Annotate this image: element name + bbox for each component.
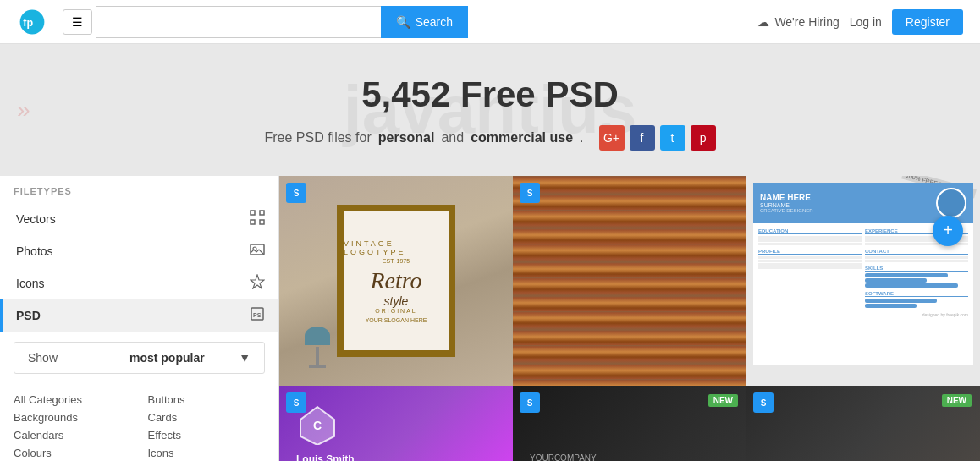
content-card-biz-dark[interactable]: S NEW YOURCOMPANY www.yourwebsite.com <box>513 386 746 461</box>
search-btn-label: Search <box>416 15 453 29</box>
freepik-badge-2: S <box>520 183 540 203</box>
hiring-label: We're Hiring <box>774 15 839 29</box>
cat-effects[interactable]: Effects <box>148 426 266 444</box>
sidebar-item-photos[interactable]: Photos <box>0 235 278 267</box>
chevron-down-icon: ▼ <box>239 351 251 365</box>
svg-text:PS: PS <box>253 312 262 318</box>
freepik-badge-4: S <box>286 392 306 413</box>
twitter-button[interactable]: t <box>660 125 685 151</box>
register-button[interactable]: Register <box>892 9 963 35</box>
sidebar: FILETYPES Vectors Photos Icons PSD PS <box>0 176 279 461</box>
filetypes-label: FILETYPES <box>0 176 278 203</box>
photos-icon <box>250 242 265 261</box>
hero-desc-mid: and <box>441 130 464 145</box>
sidebar-item-vectors[interactable]: Vectors <box>0 203 278 235</box>
sidebar-item-icons[interactable]: Icons <box>0 267 278 299</box>
icons-filetype-icon <box>250 274 265 293</box>
categories-grid: All Categories Backgrounds Calendars Col… <box>0 384 278 461</box>
facebook-button[interactable]: f <box>630 125 655 151</box>
freepik-logo-icon: fp <box>17 7 47 37</box>
freepik-badge-6: S <box>753 392 774 413</box>
search-input[interactable] <box>96 6 381 38</box>
content-card-desk[interactable]: S NEW <box>746 386 980 461</box>
header: fp ☰ 🔍 Search ☁ We're Hiring Log in Regi… <box>0 0 980 44</box>
header-right: ☁ We're Hiring Log in Register <box>757 9 963 35</box>
google-plus-button[interactable]: G+ <box>599 125 625 151</box>
sidebar-item-photos-label: Photos <box>16 244 53 258</box>
search-icon: 🔍 <box>396 15 410 29</box>
vectors-icon <box>250 210 265 228</box>
content-card-retro[interactable]: S VINTAGE LOGOTYPE EST. 1975 Retro style… <box>279 176 513 386</box>
hero-description: Free PSD files for personal and commerci… <box>17 125 963 151</box>
svg-text:C: C <box>313 419 322 432</box>
lamp-decoration <box>305 327 330 369</box>
svg-rect-4 <box>251 220 255 224</box>
freepik-badge-1: S <box>286 183 306 203</box>
cat-backgrounds[interactable]: Backgrounds <box>14 409 131 426</box>
content-card-wood[interactable]: S <box>513 176 746 386</box>
hero-title: 5,452 Free PSD <box>17 74 963 115</box>
cat-icons[interactable]: Icons <box>148 444 266 461</box>
popular-label: most popular <box>129 351 205 365</box>
cat-buttons[interactable]: Buttons <box>148 391 266 409</box>
freepik-badge-5: S <box>520 392 540 413</box>
search-bar: 🔍 Search <box>96 6 468 38</box>
hamburger-button[interactable]: ☰ <box>63 9 92 35</box>
logo-link[interactable]: fp <box>17 7 52 37</box>
retro-frame: VINTAGE LOGOTYPE EST. 1975 Retro style O… <box>337 205 455 357</box>
main-layout: FILETYPES Vectors Photos Icons PSD PS <box>0 176 980 461</box>
svg-rect-3 <box>260 211 264 215</box>
cat-cards[interactable]: Cards <box>148 409 266 426</box>
content-grid: S VINTAGE LOGOTYPE EST. 1975 Retro style… <box>279 176 980 461</box>
sidebar-item-icons-label: Icons <box>16 277 44 290</box>
sidebar-item-psd[interactable]: PSD PS <box>0 299 278 332</box>
svg-text:fp: fp <box>23 17 33 29</box>
pinterest-button[interactable]: p <box>691 125 716 151</box>
cloud-icon: ☁ <box>757 15 769 29</box>
new-badge-desk: NEW <box>942 394 972 407</box>
social-buttons: G+ f t p <box>599 125 716 151</box>
svg-rect-5 <box>260 220 264 224</box>
show-popular-dropdown[interactable]: Show most popular ▼ <box>14 342 265 374</box>
psd-icon: PS <box>250 306 265 325</box>
categories-col1: All Categories Backgrounds Calendars Col… <box>14 391 131 461</box>
cat-colours[interactable]: Colours <box>14 444 131 461</box>
hiring-link[interactable]: ☁ We're Hiring <box>757 15 839 29</box>
cat-calendars[interactable]: Calendars <box>14 426 131 444</box>
cat-all-categories[interactable]: All Categories <box>14 391 131 409</box>
hero-bold2: commercial use <box>471 130 573 145</box>
hero-bold1: personal <box>378 130 435 145</box>
sidebar-item-psd-label: PSD <box>16 309 41 322</box>
retro-text: Retro <box>370 267 421 294</box>
login-link[interactable]: Log in <box>850 15 882 29</box>
new-badge-dark: NEW <box>708 394 738 407</box>
show-label: Show <box>28 351 58 365</box>
fab-button[interactable]: + <box>933 216 963 246</box>
biz-card-purple-content: C Louis Smith YOURCOMPANY +0000 000 000 <box>279 386 513 461</box>
content-card-biz-purple[interactable]: S C Louis Smith YOURCOMPANY +0000 000 00… <box>279 386 513 461</box>
hero-desc-end: . <box>580 130 583 145</box>
sidebar-item-vectors-label: Vectors <box>16 212 56 226</box>
search-button[interactable]: 🔍 Search <box>381 6 468 38</box>
svg-rect-2 <box>251 211 255 215</box>
content-card-resume[interactable]: S 100% FREE PSD FILE → NAME HERE SURNAME… <box>746 176 980 386</box>
resume-card: NAME HERE SURNAME CREATIVE DESIGNER EDUC… <box>753 183 973 365</box>
hero-section: javantius » 5,452 Free PSD Free PSD file… <box>0 44 980 176</box>
hero-desc-start: Free PSD files for <box>264 130 371 145</box>
categories-col2: Buttons Cards Effects Icons Logos Print … <box>148 391 266 461</box>
